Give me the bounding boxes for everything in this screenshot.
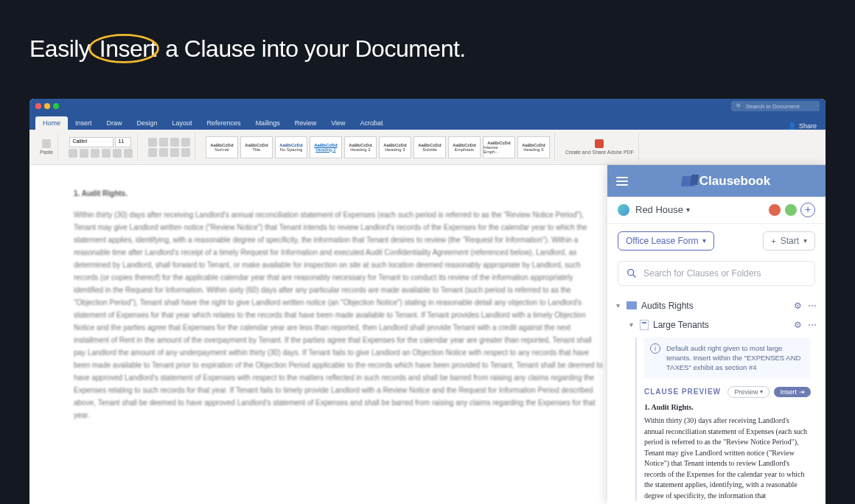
caret-icon[interactable]: ▾ <box>616 301 627 309</box>
avatar[interactable] <box>784 203 798 217</box>
tab-mailings[interactable]: Mailings <box>248 116 287 130</box>
clause-preview-body: 1. Audit Rights. Within thirty (30) days… <box>644 402 811 502</box>
doc-icon <box>640 320 649 330</box>
form-selector[interactable]: Office Lease Form▾ <box>618 231 714 251</box>
member-avatars: + <box>768 203 815 217</box>
panel-header: Clausebook <box>607 165 826 197</box>
workspace-avatar <box>618 204 629 216</box>
clause-row[interactable]: ▾ Large Tenants ⚙⋯ <box>613 315 820 335</box>
chevron-down-icon: ▾ <box>760 388 763 395</box>
doc-paragraph: Within thirty (30) days after receiving … <box>74 209 604 421</box>
document-body[interactable]: 1. Audit Rights. Within thirty (30) days… <box>74 187 604 421</box>
brand-icon <box>681 176 696 186</box>
search-icon <box>626 267 638 279</box>
tab-review[interactable]: Review <box>287 116 324 130</box>
gear-icon[interactable]: ⚙ <box>794 320 802 330</box>
start-button[interactable]: +Start▾ <box>763 231 815 251</box>
preview-chip[interactable]: Preview▾ <box>727 386 770 398</box>
more-icon[interactable]: ⋯ <box>808 301 817 311</box>
ribbon-adobe[interactable]: Create and Share Adobe PDF <box>561 133 639 161</box>
preview-header: CLAUSE PREVIEW Preview▾ Insert⇥ <box>644 379 811 402</box>
ribbon-clipboard[interactable]: Paste <box>35 133 58 161</box>
word-app-window: 🔍 Search in Document Home Insert Draw De… <box>29 99 826 504</box>
clause-text: Within thirty (30) days after receiving … <box>644 416 811 501</box>
window-controls[interactable] <box>35 103 59 109</box>
info-banner: i Default audit right given to most larg… <box>644 337 811 379</box>
svg-point-1 <box>628 269 634 275</box>
caret-icon[interactable]: ▾ <box>629 321 640 329</box>
hero-headline: Easily Insert a Clause into your Documen… <box>0 0 855 63</box>
add-member-button[interactable]: + <box>800 203 815 217</box>
clause-title: 1. Audit Rights. <box>644 402 811 413</box>
ribbon-paragraph[interactable] <box>144 133 195 161</box>
insert-chip[interactable]: Insert⇥ <box>774 387 811 397</box>
title-search[interactable]: 🔍 Search in Document <box>731 101 820 111</box>
tab-insert[interactable]: Insert <box>68 116 100 130</box>
ribbon: Paste Calibri 11 AaBbCcDdNormal AaBbCcDd… <box>29 130 826 165</box>
chevron-down-icon: ▾ <box>686 206 690 214</box>
avatar[interactable] <box>768 203 781 217</box>
tab-acrobat[interactable]: Acrobat <box>353 116 391 130</box>
tab-references[interactable]: References <box>200 116 248 130</box>
more-icon[interactable]: ⋯ <box>808 320 817 330</box>
folder-row[interactable]: ▾ Audits Rights ⚙⋯ <box>613 296 820 315</box>
folder-icon <box>627 301 637 309</box>
gear-icon[interactable]: ⚙ <box>794 301 802 311</box>
chevron-down-icon: ▾ <box>803 237 807 245</box>
info-icon: i <box>650 343 660 354</box>
chevron-down-icon: ▾ <box>702 237 706 245</box>
tab-view[interactable]: View <box>324 116 352 130</box>
clause-preview-card: i Default audit right given to most larg… <box>635 337 811 501</box>
tab-design[interactable]: Design <box>130 116 165 130</box>
search-input-wrap <box>618 261 815 286</box>
panel-actions: Office Lease Form▾ +Start▾ <box>607 224 826 258</box>
clause-tree: ▾ Audits Rights ⚙⋯ ▾ Large Tenants ⚙⋯ i … <box>607 293 826 504</box>
share-button[interactable]: 👤 Share <box>788 122 826 130</box>
workspace-selector[interactable]: Red House▾ + <box>607 197 826 223</box>
tab-home[interactable]: Home <box>35 116 68 130</box>
brand: Clausebook <box>635 174 817 189</box>
titlebar: 🔍 Search in Document <box>29 99 826 113</box>
tab-layout[interactable]: Layout <box>165 116 200 130</box>
clausebook-panel: Clausebook Red House▾ + Office Lease For… <box>607 165 826 504</box>
ribbon-styles[interactable]: AaBbCcDdNormal AaBbCcDdTitle AaBbCcDdNo … <box>201 133 555 161</box>
tab-draw[interactable]: Draw <box>100 116 130 130</box>
doc-section-title: 1. Audit Rights. <box>74 187 604 200</box>
ribbon-font[interactable]: Calibri 11 <box>64 133 138 161</box>
svg-line-2 <box>633 275 635 277</box>
menu-icon[interactable] <box>616 177 628 186</box>
arrow-right-icon: ⇥ <box>799 388 805 396</box>
ribbon-tabs: Home Insert Draw Design Layout Reference… <box>29 113 826 130</box>
search-input[interactable] <box>643 268 807 279</box>
hero-circled-insert: Insert <box>97 35 159 63</box>
